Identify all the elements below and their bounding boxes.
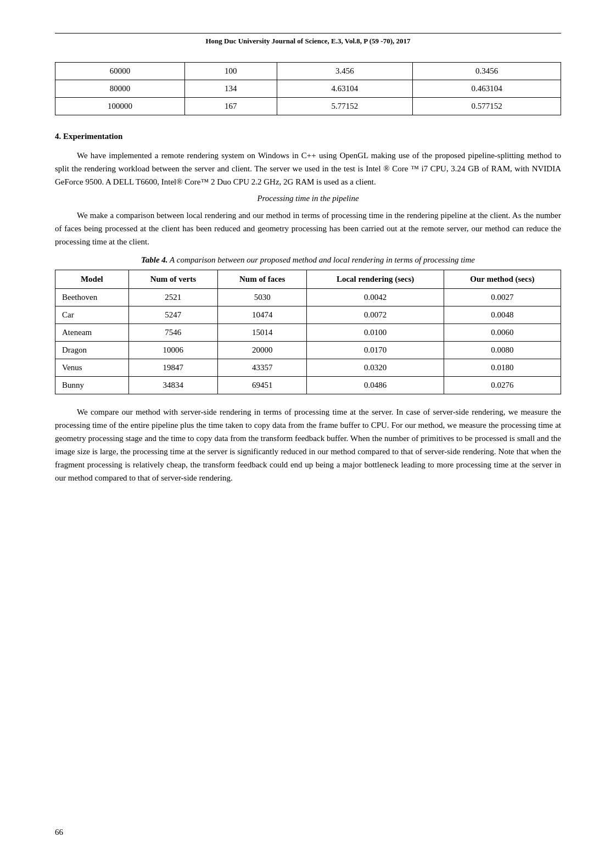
local-venus: 0.0320 — [307, 359, 444, 376]
model-venus: Venus — [55, 359, 129, 376]
local-beethoven: 0.0042 — [307, 288, 444, 306]
page: Hong Duc University Journal of Science, … — [0, 0, 616, 859]
section-number: 4. — [55, 132, 61, 141]
cell-80000: 80000 — [55, 80, 185, 98]
local-car: 0.0072 — [307, 306, 444, 323]
cell-0577152: 0.577152 — [413, 98, 561, 115]
faces-beethoven: 5030 — [218, 288, 307, 306]
table-row: Bunny 34834 69451 0.0486 0.0276 — [55, 376, 561, 394]
comparison-table: Model Num of verts Num of faces Local re… — [55, 270, 561, 394]
cell-0463104: 0.463104 — [413, 80, 561, 98]
model-bunny: Bunny — [55, 376, 129, 394]
model-dragon: Dragon — [55, 341, 129, 359]
verts-beethoven: 2521 — [128, 288, 217, 306]
ours-bunny: 0.0276 — [444, 376, 561, 394]
col-faces: Num of faces — [218, 270, 307, 288]
table-row: 80000 134 4.63104 0.463104 — [55, 80, 561, 98]
faces-ateneam: 15014 — [218, 323, 307, 341]
faces-bunny: 69451 — [218, 376, 307, 394]
local-ateneam: 0.0100 — [307, 323, 444, 341]
table-caption: Table 4. A comparison between our propos… — [55, 254, 561, 266]
col-model: Model — [55, 270, 129, 288]
table-row: Ateneam 7546 15014 0.0100 0.0060 — [55, 323, 561, 341]
cell-03456: 0.3456 — [413, 63, 561, 80]
model-beethoven: Beethoven — [55, 288, 129, 306]
verts-bunny: 34834 — [128, 376, 217, 394]
paragraph-3: We compare our method with server-side r… — [55, 405, 561, 484]
table-row: 60000 100 3.456 0.3456 — [55, 63, 561, 80]
header-text: Hong Duc University Journal of Science, … — [205, 37, 410, 45]
ours-beethoven: 0.0027 — [444, 288, 561, 306]
table-row: Beethoven 2521 5030 0.0042 0.0027 — [55, 288, 561, 306]
paragraph-2: We make a comparison between local rende… — [55, 209, 561, 248]
cell-577152: 5.77152 — [277, 98, 412, 115]
section-title: Experimentation — [63, 132, 122, 141]
subsection-heading: Processing time in the pipeline — [55, 194, 561, 203]
cell-134: 134 — [184, 80, 277, 98]
ours-venus: 0.0180 — [444, 359, 561, 376]
table-row: Dragon 10006 20000 0.0170 0.0080 — [55, 341, 561, 359]
verts-car: 5247 — [128, 306, 217, 323]
cell-60000: 60000 — [55, 63, 185, 80]
col-verts: Num of verts — [128, 270, 217, 288]
cell-3456: 3.456 — [277, 63, 412, 80]
verts-ateneam: 7546 — [128, 323, 217, 341]
table-caption-bold: Table 4. — [141, 255, 168, 264]
local-bunny: 0.0486 — [307, 376, 444, 394]
ours-car: 0.0048 — [444, 306, 561, 323]
table-row: Car 5247 10474 0.0072 0.0048 — [55, 306, 561, 323]
local-dragon: 0.0170 — [307, 341, 444, 359]
model-car: Car — [55, 306, 129, 323]
table-row: Venus 19847 43357 0.0320 0.0180 — [55, 359, 561, 376]
faces-dragon: 20000 — [218, 341, 307, 359]
ours-dragon: 0.0080 — [444, 341, 561, 359]
model-ateneam: Ateneam — [55, 323, 129, 341]
continuation-table: 60000 100 3.456 0.3456 80000 134 4.63104… — [55, 62, 561, 115]
page-number: 66 — [55, 828, 63, 837]
cell-100000: 100000 — [55, 98, 185, 115]
paragraph-1: We have implemented a remote rendering s… — [55, 149, 561, 188]
verts-venus: 19847 — [128, 359, 217, 376]
page-header: Hong Duc University Journal of Science, … — [55, 33, 561, 46]
faces-venus: 43357 — [218, 359, 307, 376]
col-local: Local rendering (secs) — [307, 270, 444, 288]
section-heading: 4. Experimentation — [55, 132, 561, 141]
cell-100: 100 — [184, 63, 277, 80]
col-ours: Our method (secs) — [444, 270, 561, 288]
cell-463104: 4.63104 — [277, 80, 412, 98]
cell-167: 167 — [184, 98, 277, 115]
table-row: 100000 167 5.77152 0.577152 — [55, 98, 561, 115]
faces-car: 10474 — [218, 306, 307, 323]
table-caption-italic: A comparison between our proposed method… — [168, 255, 475, 264]
ours-ateneam: 0.0060 — [444, 323, 561, 341]
table-header-row: Model Num of verts Num of faces Local re… — [55, 270, 561, 288]
verts-dragon: 10006 — [128, 341, 217, 359]
